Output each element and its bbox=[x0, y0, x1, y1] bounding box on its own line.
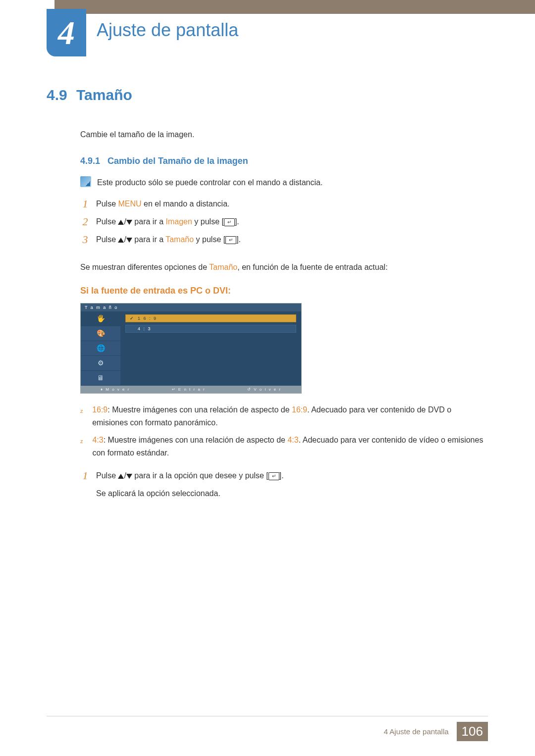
content: 4.9Tamaño Cambie el tamaño de la imagen.… bbox=[47, 87, 488, 515]
osd-footer: ♦ M o v e r ↵ E n t r a r ↺ V o l v e r bbox=[81, 386, 301, 393]
note-icon bbox=[80, 176, 91, 187]
section-title: Tamaño bbox=[76, 87, 132, 103]
bullet-icon: z bbox=[80, 403, 84, 430]
chapter-title: Ajuste de pantalla bbox=[97, 20, 238, 41]
section-heading: 4.9Tamaño bbox=[47, 87, 488, 103]
page-rule bbox=[47, 716, 488, 716]
bullet-text: 4:3: Muestre imágenes con una relación d… bbox=[92, 434, 488, 460]
osd-option-4-3: 4 : 3 bbox=[125, 325, 296, 333]
up-arrow-icon bbox=[118, 220, 124, 225]
osd-side-gear-icon: ⚙ bbox=[81, 356, 120, 371]
bullet-16-9: z 16:9: Muestre imágenes con una relació… bbox=[80, 403, 488, 430]
up-arrow-icon bbox=[118, 238, 124, 243]
bullet-list: z 16:9: Muestre imágenes con una relació… bbox=[80, 403, 488, 460]
osd-sidebar: 🖐 🎨 🌐 ⚙ 🖥 bbox=[81, 311, 120, 386]
step-text: Pulse / para ir a Imagen y pulse [↵]. bbox=[96, 217, 239, 226]
top-bar bbox=[54, 0, 535, 14]
down-arrow-icon bbox=[126, 474, 132, 479]
enter-icon: ↵ bbox=[225, 236, 236, 244]
step-list: 1 Pulse MENU en el mando a distancia. 2 … bbox=[80, 198, 488, 246]
step-text: Pulse MENU en el mando a distancia. bbox=[96, 200, 229, 208]
section-intro: Cambie el tamaño de la imagen. bbox=[80, 128, 488, 141]
note-text: Este producto sólo se puede controlar co… bbox=[97, 176, 322, 189]
osd-side-color-icon: 🎨 bbox=[81, 326, 120, 341]
osd-option-16-9: ✓1 6 : 9 bbox=[125, 314, 296, 322]
step-number: 1 bbox=[80, 198, 90, 210]
bullet-icon: z bbox=[80, 434, 84, 460]
step-3: 3 Pulse / para ir a Tamaño y pulse [↵]. bbox=[80, 233, 488, 246]
final-step-list: 1 Pulse / para ir a la opción que desee … bbox=[80, 469, 488, 500]
note-row: Este producto sólo se puede controlar co… bbox=[80, 176, 488, 189]
osd-title: T a m a ñ o bbox=[81, 303, 301, 311]
step-2: 2 Pulse / para ir a Imagen y pulse [↵]. bbox=[80, 215, 488, 228]
enter-icon: ↵ bbox=[268, 472, 279, 480]
down-arrow-icon bbox=[126, 238, 132, 243]
osd-side-screen-icon: 🖥 bbox=[81, 371, 120, 386]
osd-foot-return: ↺ V o l v e r bbox=[247, 387, 281, 392]
osd-side-globe-icon: 🌐 bbox=[81, 341, 120, 356]
step-1: 1 Pulse MENU en el mando a distancia. bbox=[80, 198, 488, 210]
step-number: 1 bbox=[80, 469, 90, 482]
step-number: 2 bbox=[80, 215, 90, 228]
up-arrow-icon bbox=[118, 474, 124, 479]
bullet-text: 16:9: Muestre imágenes con una relación … bbox=[92, 403, 488, 430]
osd-body: 🖐 🎨 🌐 ⚙ 🖥 ✓1 6 : 9 4 : 3 bbox=[81, 311, 301, 386]
final-step-1: 1 Pulse / para ir a la opción que desee … bbox=[80, 469, 488, 482]
check-icon: ✓ bbox=[130, 316, 135, 321]
step-text: Pulse / para ir a Tamaño y pulse [↵]. bbox=[96, 235, 241, 244]
step-text: Pulse / para ir a la opción que desee y … bbox=[96, 471, 284, 480]
chapter-badge: 4 bbox=[47, 9, 86, 56]
section-number: 4.9 bbox=[47, 87, 76, 103]
down-arrow-icon bbox=[126, 220, 132, 225]
osd-main: ✓1 6 : 9 4 : 3 bbox=[120, 311, 301, 386]
osd-foot-enter: ↵ E n t r a r bbox=[172, 387, 206, 392]
bullet-4-3: z 4:3: Muestre imágenes con una relación… bbox=[80, 434, 488, 460]
osd-foot-move: ♦ M o v e r bbox=[101, 387, 130, 392]
final-note: Se aplicará la opción seleccionada. bbox=[96, 487, 488, 500]
osd-side-picture-icon: 🖐 bbox=[81, 311, 120, 326]
chapter-number: 4 bbox=[58, 13, 75, 52]
page-number: 106 bbox=[457, 722, 488, 741]
osd-screenshot: T a m a ñ o 🖐 🎨 🌐 ⚙ 🖥 ✓1 6 : 9 4 : 3 ♦ M… bbox=[80, 303, 302, 394]
step-number: 3 bbox=[80, 233, 90, 246]
footer-text: 4 Ajuste de pantalla bbox=[384, 727, 449, 736]
subsection-number: 4.9.1 bbox=[80, 156, 107, 166]
footer: 4 Ajuste de pantalla 106 bbox=[384, 722, 488, 741]
after-steps: Se muestran diferentes opciones de Tamañ… bbox=[80, 261, 488, 274]
enter-icon: ↵ bbox=[224, 218, 235, 226]
subsection-title: Cambio del Tamaño de la imagen bbox=[107, 156, 248, 166]
source-heading: Si la fuente de entrada es PC o DVI: bbox=[80, 286, 488, 296]
subsection-heading: 4.9.1Cambio del Tamaño de la imagen bbox=[80, 156, 488, 166]
